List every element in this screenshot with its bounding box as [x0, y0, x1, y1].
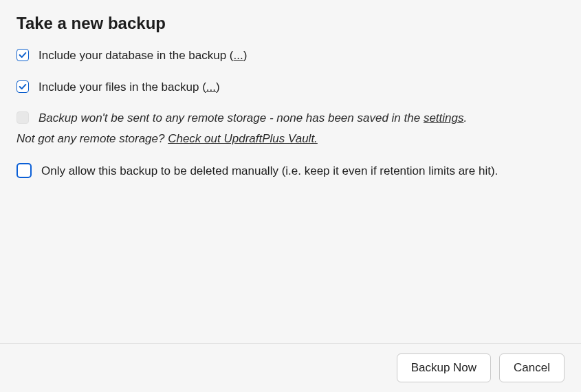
- checkmark-icon: [18, 50, 28, 60]
- manual-delete-label: Only allow this backup to be deleted man…: [41, 162, 564, 180]
- files-options-link[interactable]: ...: [206, 80, 216, 94]
- option-include-files: Include your files in the backup (...): [17, 78, 564, 96]
- vault-link[interactable]: Check out UpdraftPlus Vault.: [168, 132, 318, 145]
- option-include-database: Include your database in the backup (...…: [17, 47, 564, 65]
- include-files-label: Include your files in the backup (...): [39, 78, 564, 96]
- include-files-checkbox[interactable]: [17, 80, 29, 93]
- remote-storage-checkbox: [17, 111, 29, 124]
- option-manual-delete: Only allow this backup to be deleted man…: [17, 162, 564, 180]
- settings-link[interactable]: settings: [424, 111, 464, 124]
- option-remote-storage: Backup won't be sent to any remote stora…: [17, 109, 564, 147]
- backup-now-button[interactable]: Backup Now: [397, 353, 491, 382]
- dialog-footer: Backup Now Cancel: [0, 343, 581, 392]
- checkmark-icon: [18, 82, 28, 91]
- database-options-link[interactable]: ...: [234, 49, 243, 62]
- cancel-button[interactable]: Cancel: [499, 353, 564, 382]
- include-database-label: Include your database in the backup (...…: [39, 47, 564, 65]
- dialog-title: Take a new backup: [17, 14, 564, 33]
- manual-delete-checkbox[interactable]: [17, 163, 32, 178]
- remote-storage-text-line2: Not got any remote storage? Check out Up…: [17, 130, 564, 148]
- include-database-checkbox[interactable]: [17, 49, 29, 61]
- backup-dialog: Take a new backup Include your database …: [0, 0, 581, 180]
- remote-storage-text-line1: Backup won't be sent to any remote stora…: [39, 109, 564, 127]
